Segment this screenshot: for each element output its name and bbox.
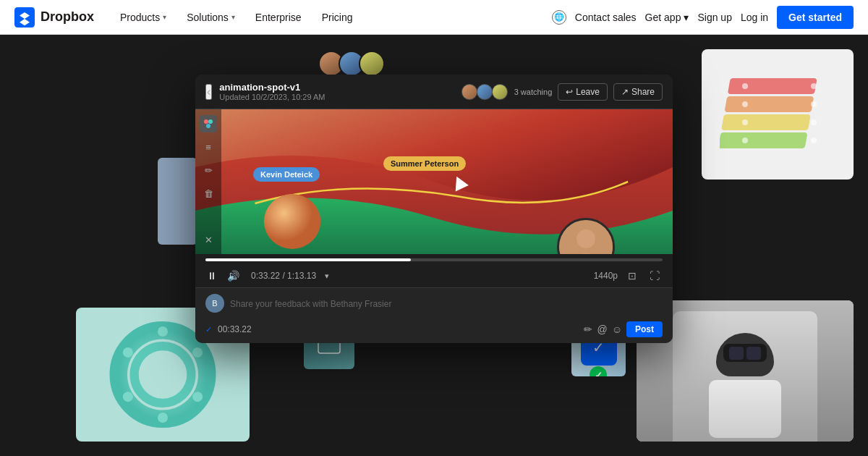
at-icon-button[interactable]: @ <box>597 324 607 335</box>
share-button[interactable]: ↗ Share <box>613 83 663 101</box>
controls-bar: ⏸ 🔊 0:33.22 / 1:13.13 ▾ 1440p ⊡ ⛶ <box>195 264 673 287</box>
subtitles-button[interactable]: ⊡ <box>625 269 639 283</box>
logo[interactable]: Dropbox <box>14 7 94 28</box>
post-button[interactable]: Post <box>626 321 663 337</box>
contact-sales-link[interactable]: Contact sales <box>575 12 637 23</box>
blue-rect-decoration <box>158 158 197 245</box>
player-header: ‹ animation-spot-v1 Updated 10/2/2023, 1… <box>195 75 673 109</box>
get-started-button[interactable]: Get started <box>777 6 854 29</box>
navbar: Dropbox Products ▾ Solutions ▾ Enterpris… <box>0 0 868 35</box>
svg-point-26 <box>264 194 320 249</box>
quality-button[interactable]: 1440p <box>594 271 618 281</box>
shapes-svg <box>720 56 835 172</box>
file-info: animation-spot-v1 Updated 10/2/2023, 10:… <box>219 82 454 101</box>
chevron-down-icon: ▾ <box>231 13 235 21</box>
fullscreen-button[interactable]: ⛶ <box>647 269 663 283</box>
svg-point-12 <box>811 138 817 143</box>
main-area: ✓ ✓ ‹ <box>0 35 868 456</box>
svg-point-17 <box>192 392 203 402</box>
svg-point-27 <box>204 119 208 124</box>
nav-item-pricing[interactable]: Pricing <box>313 7 362 28</box>
header-actions: 3 watching ↩ Leave ↗ Share <box>461 83 663 101</box>
comment-text-field[interactable]: Share your feedback with Bethany Frasier <box>230 297 663 310</box>
nav-item-solutions[interactable]: Solutions ▾ <box>178 7 244 28</box>
comment-bubble-summer: Summer Peterson <box>383 156 466 171</box>
volume-button[interactable]: 🔊 <box>226 269 241 283</box>
chevron-down-icon: ▾ <box>684 12 689 23</box>
comment-action-icons: ✏ @ ☺ Post <box>584 321 663 337</box>
pencil-icon-button[interactable]: ✏ <box>584 324 592 335</box>
svg-point-14 <box>135 346 192 403</box>
toolbar-trash-icon[interactable]: 🗑 <box>200 185 217 202</box>
leave-button[interactable]: ↩ Leave <box>558 83 608 101</box>
nav-right: 🌐 Contact sales Get app ▾ Sign up Log in… <box>552 6 854 29</box>
toolbar-close-icon[interactable]: ✕ <box>200 231 217 248</box>
watcher-avatar-1 <box>461 84 477 100</box>
time-current: 0:33.22 / 1:13.13 <box>251 271 316 281</box>
watchers: 3 watching <box>461 84 553 100</box>
shapes-thumbnail <box>702 49 854 180</box>
chevron-down-icon: ▾ <box>163 13 166 21</box>
comment-placeholder: Share your feedback with Bethany Frasier <box>230 299 391 309</box>
progress-bar-fill <box>205 258 411 261</box>
comment-bubble-kevin: Kevin Deteick <box>253 167 320 182</box>
pause-button[interactable]: ⏸ <box>205 269 218 283</box>
svg-point-6 <box>811 83 817 89</box>
svg-rect-2 <box>724 96 814 112</box>
comment-input-area: B Share your feedback with Bethany Frasi… <box>195 287 673 318</box>
svg-rect-1 <box>728 78 817 94</box>
svg-point-31 <box>576 229 595 248</box>
svg-point-11 <box>742 138 748 143</box>
sign-up-link[interactable]: Sign up <box>697 12 731 23</box>
player-toolbar: ≡ ✏ 🗑 ✕ <box>195 109 221 254</box>
svg-point-28 <box>208 119 213 124</box>
video-player: ‹ animation-spot-v1 Updated 10/2/2023, 1… <box>195 75 673 343</box>
toolbar-draw-icon[interactable]: ✏ <box>200 161 217 179</box>
svg-point-15 <box>158 326 168 337</box>
svg-point-8 <box>811 101 817 107</box>
nav-item-enterprise[interactable]: Enterprise <box>247 7 310 28</box>
comment-footer: ✓ 00:33.22 ✏ @ ☺ Post <box>195 318 673 343</box>
back-button[interactable]: ‹ <box>205 84 212 100</box>
progress-area <box>195 254 673 264</box>
svg-point-7 <box>742 101 748 107</box>
toolbar-list-icon[interactable]: ≡ <box>200 138 217 156</box>
logo-text: Dropbox <box>41 9 94 25</box>
timestamp-value: 00:33.22 <box>218 324 252 334</box>
nav-item-products[interactable]: Products ▾ <box>111 7 175 28</box>
dropbox-logo-icon <box>14 7 35 28</box>
svg-point-18 <box>158 413 168 423</box>
toolbar-color-icon[interactable] <box>200 115 217 132</box>
file-name: animation-spot-v1 <box>219 82 454 93</box>
svg-point-19 <box>123 392 133 402</box>
time-dropdown-button[interactable]: ▾ <box>323 270 331 282</box>
svg-point-5 <box>742 83 748 89</box>
video-canvas[interactable]: ≡ ✏ 🗑 ✕ Kevin Deteick Summer Peterson <box>195 109 673 254</box>
svg-rect-3 <box>721 114 811 130</box>
emoji-icon-button[interactable]: ☺ <box>612 324 622 335</box>
watching-count: 3 watching <box>514 88 553 96</box>
watcher-avatar-3 <box>492 84 508 100</box>
svg-point-9 <box>742 119 748 125</box>
avatar-3 <box>359 51 385 77</box>
checkmark-icon: ✓ <box>205 325 212 334</box>
svg-point-29 <box>206 124 210 128</box>
leave-icon: ↩ <box>566 87 573 97</box>
svg-point-10 <box>811 119 817 125</box>
share-icon: ↗ <box>621 87 629 97</box>
watcher-avatar-2 <box>477 84 493 100</box>
top-avatar-group <box>318 51 385 77</box>
commenter-avatar: B <box>205 294 224 313</box>
svg-rect-4 <box>720 132 807 148</box>
progress-bar[interactable] <box>205 258 663 261</box>
svg-point-16 <box>192 347 203 358</box>
timestamp-check: ✓ <box>205 325 212 334</box>
get-app-link[interactable]: Get app ▾ <box>645 12 689 23</box>
svg-point-20 <box>123 347 133 358</box>
globe-icon[interactable]: 🌐 <box>552 10 566 25</box>
file-date: Updated 10/2/2023, 10:29 AM <box>219 93 454 101</box>
log-in-link[interactable]: Log in <box>741 12 768 23</box>
nav-links: Products ▾ Solutions ▾ Enterprise Pricin… <box>111 7 552 28</box>
